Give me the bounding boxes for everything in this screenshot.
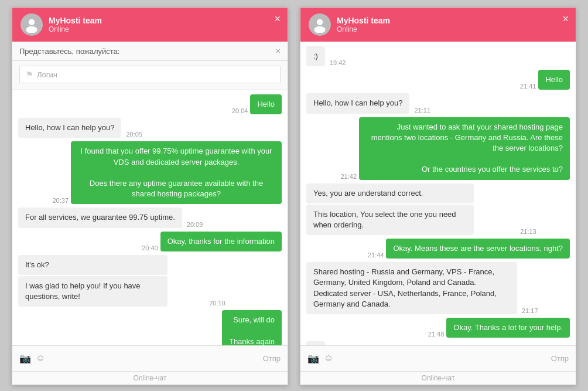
msg-time: 19:42 <box>330 59 346 66</box>
msg-row: Shared hosting - Russia and Germany, VPS… <box>306 262 570 314</box>
msg-row: 20:37 I found that you offer 99.75% upti… <box>18 141 282 204</box>
msg-row: Hello, how I can help you? 20:05 <box>18 118 282 138</box>
attachment-icon[interactable]: 📷 <box>307 353 319 364</box>
msg-bubble: Hello <box>250 94 282 114</box>
msg-time: 20:40 <box>142 244 158 251</box>
msg-row: 20:04 Hello <box>18 94 282 114</box>
msg-row: :) 19:42 <box>306 46 570 66</box>
msg-time: 21:44 <box>368 251 384 259</box>
msg-bubble: Sure, will doThanks again <box>222 310 282 345</box>
login-bar: Представьтесь, пожалуйста: × <box>12 42 288 61</box>
online-chat-label-2: Online-чат <box>300 371 576 385</box>
svg-point-2 <box>317 19 323 25</box>
msg-time: 21:41 <box>520 83 536 90</box>
msg-time: 20:37 <box>52 197 69 204</box>
msg-row: Hello, how I can help you? 21:11 <box>306 93 570 113</box>
send-button-2[interactable]: Отпр <box>551 354 569 363</box>
msg-bubble: Okay. Thanks a lot for your help. <box>446 318 570 338</box>
messages-1: 20:04 Hello Hello, how I can help you? 2… <box>12 90 288 345</box>
header-status-1: Online <box>49 25 279 33</box>
msg-bubble: Hello, how I can help you? <box>306 93 409 113</box>
login-icon: ⚑ <box>26 70 33 79</box>
msg-bubble: Hello <box>538 70 570 90</box>
attachment-icon[interactable]: 📷 <box>19 353 31 364</box>
chat-container: MyHosti team Online × Представьтесь, пож… <box>0 0 588 391</box>
close-button-2[interactable]: × <box>562 13 569 24</box>
send-button-1[interactable]: Отпр <box>263 354 281 363</box>
login-input-container[interactable]: ⚑ Логин <box>19 66 281 83</box>
msg-time: 20:05 <box>126 131 142 138</box>
footer-icons-1: 📷 ☺ <box>19 353 45 364</box>
chat-window-1: MyHosti team Online × Представьтесь, пож… <box>12 7 288 385</box>
avatar-1 <box>20 13 43 36</box>
avatar-2 <box>309 13 331 36</box>
close-button-1[interactable]: × <box>274 13 281 24</box>
msg-bubble: Hello, how I can help you? <box>18 118 121 138</box>
chat-window-2: MyHosti team Online × :) 19:42 21:41 Hel… <box>300 7 576 385</box>
chat-header-2: MyHosti team Online × <box>300 8 576 42</box>
emoji-icon[interactable]: ☺ <box>36 353 45 364</box>
login-close-button[interactable]: × <box>276 46 281 56</box>
msg-bubble: Okay. Means these are the server locatio… <box>386 239 570 259</box>
chat-footer-2: 📷 ☺ Отпр <box>300 345 576 371</box>
msg-time: 21:13 <box>520 228 536 235</box>
msg-bubble: I was glad to help you! If you have ques… <box>18 276 167 307</box>
login-input-wrap: ⚑ Логин <box>12 61 288 90</box>
login-prompt: Представьтесь, пожалуйста: <box>19 47 119 56</box>
msg-bubble: Yes, you are understand correct. <box>306 183 474 203</box>
msg-time: 21:48 <box>428 331 445 338</box>
msg-row: It's ok? I was glad to help you! If you … <box>18 255 282 307</box>
msg-bubble: Shared hosting - Russia and Germany, VPS… <box>306 262 517 314</box>
svg-point-3 <box>314 26 325 33</box>
online-chat-label-1: Online-чат <box>12 371 288 385</box>
msg-row: 20:40 Okay, thanks for the information <box>18 232 282 251</box>
msg-bubble: This location, You select the one you ne… <box>306 205 474 235</box>
msg-row: 21:41 Hello <box>306 70 570 90</box>
header-title-2: MyHosti team <box>337 16 568 25</box>
header-info-1: MyHosti team Online <box>49 16 279 33</box>
footer-icons-2: 📷 ☺ <box>307 353 333 364</box>
msg-time: 20:04 <box>232 107 248 114</box>
msg-time: 20:10 <box>209 300 225 307</box>
chat-footer-1: 📷 ☺ Отпр <box>12 345 288 371</box>
msg-row: 20:41 Sure, will doThanks again <box>18 310 282 345</box>
msg-bubble: For all services, we guarantee 99.75 upt… <box>18 208 182 227</box>
msg-row: :) 21:18 <box>306 341 570 345</box>
header-status-2: Online <box>337 25 568 33</box>
msg-row: Yes, you are understand correct. This lo… <box>306 183 570 236</box>
chat-header-1: MyHosti team Online × <box>12 8 288 42</box>
header-info-2: MyHosti team Online <box>337 16 568 33</box>
msg-time: 21:42 <box>340 173 357 180</box>
svg-point-1 <box>26 26 37 33</box>
msg-time: 20:09 <box>187 221 203 228</box>
msg-row: 21:42 Just wanted to ask that your share… <box>306 117 570 180</box>
msg-bubble: I found that you offer 99.75% uptime gua… <box>71 141 282 204</box>
msg-bubble: Okay, thanks for the information <box>160 232 282 251</box>
msg-bubble: :) <box>306 341 325 345</box>
messages-2: :) 19:42 21:41 Hello Hello, how I can he… <box>300 42 576 345</box>
header-title-1: MyHosti team <box>49 16 279 25</box>
msg-time: 21:11 <box>414 107 430 114</box>
msg-bubble: Just wanted to ask that your shared host… <box>359 117 570 180</box>
msg-row: 21:44 Okay. Means these are the server l… <box>306 239 570 259</box>
svg-point-0 <box>29 19 35 25</box>
msg-row: 21:48 Okay. Thanks a lot for your help. <box>306 318 570 338</box>
login-placeholder: Логин <box>37 70 57 79</box>
msg-time: 21:17 <box>522 307 538 314</box>
msg-bubble: It's ok? <box>18 255 167 275</box>
msg-row: For all services, we guarantee 99.75 upt… <box>18 208 282 227</box>
emoji-icon[interactable]: ☺ <box>324 353 333 364</box>
msg-bubble: :) <box>306 46 325 66</box>
